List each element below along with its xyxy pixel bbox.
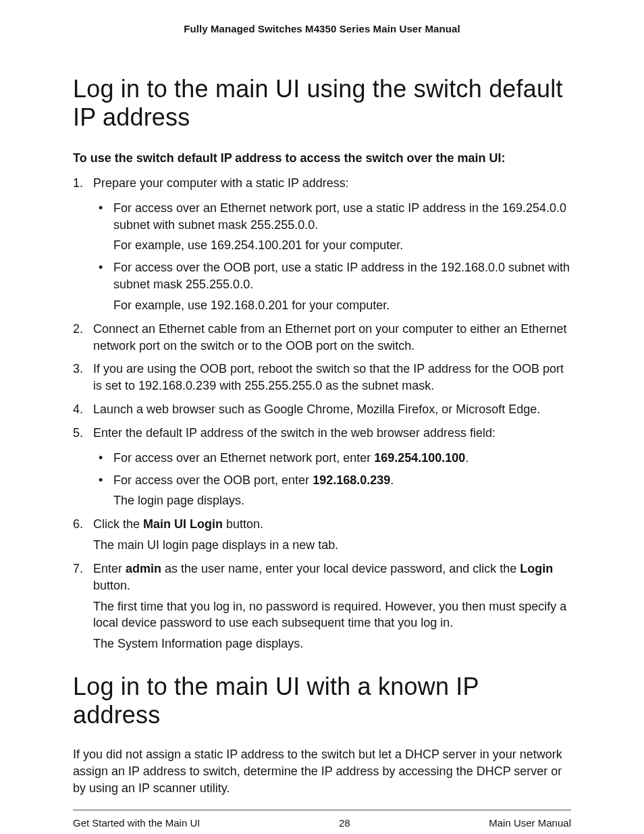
bullet-follow: For example, use 169.254.100.201 for you… bbox=[113, 237, 571, 254]
step-2: Connect an Ethernet cable from an Ethern… bbox=[73, 321, 571, 355]
step-4: Launch a web browser such as Google Chro… bbox=[73, 401, 571, 418]
page-footer: Get Started with the Main UI 28 Main Use… bbox=[73, 817, 571, 829]
step-follow: The first time that you log in, no passw… bbox=[93, 598, 571, 632]
bullet-text: For access over an Ethernet network port… bbox=[113, 451, 468, 465]
body-paragraph: If you did not assign a static IP addres… bbox=[73, 746, 571, 796]
text-post: button. bbox=[93, 579, 130, 592]
text-pre: Click the bbox=[93, 517, 143, 531]
step-3: If you are using the OOB port, reboot th… bbox=[73, 361, 571, 394]
footer-right: Main User Manual bbox=[489, 817, 571, 829]
footer-divider bbox=[73, 810, 571, 810]
footer-left: Get Started with the Main UI bbox=[73, 817, 200, 829]
step-text: Enter admin as the user name, enter your… bbox=[93, 562, 553, 592]
list-item: For access over the OOB port, enter 192.… bbox=[93, 472, 571, 510]
steps-list: Prepare your computer with a static IP a… bbox=[73, 175, 571, 652]
step-1-bullets: For access over an Ethernet network port… bbox=[93, 200, 571, 314]
username-bold: admin bbox=[126, 562, 161, 575]
login-button-bold: Login bbox=[520, 562, 553, 575]
section-title-default-ip: Log in to the main UI using the switch d… bbox=[73, 75, 571, 132]
ip-address-bold: 192.168.0.239 bbox=[313, 473, 390, 487]
bullet-text: For access over the OOB port, enter 192.… bbox=[113, 473, 394, 487]
section-title-known-ip: Log in to the main UI with a known IP ad… bbox=[73, 673, 571, 730]
bullet-text: For access over an Ethernet network port… bbox=[113, 201, 566, 232]
intro-instruction: To use the switch default IP address to … bbox=[73, 151, 571, 165]
list-item: For access over an Ethernet network port… bbox=[93, 200, 571, 254]
ip-address-bold: 169.254.100.100 bbox=[374, 451, 465, 465]
step-follow: The System Information page displays. bbox=[93, 635, 571, 652]
step-text: Connect an Ethernet cable from an Ethern… bbox=[93, 322, 566, 353]
text-mid: as the user name, enter your local devic… bbox=[161, 562, 520, 575]
step-text: If you are using the OOB port, reboot th… bbox=[93, 362, 564, 392]
step-6: Click the Main UI Login button. The main… bbox=[73, 516, 571, 554]
step-1: Prepare your computer with a static IP a… bbox=[73, 175, 571, 314]
step-text: Prepare your computer with a static IP a… bbox=[93, 176, 349, 190]
text-pre: For access over an Ethernet network port… bbox=[113, 451, 374, 465]
step-follow: The main UI login page displays in a new… bbox=[93, 537, 571, 554]
text-post: button. bbox=[223, 517, 263, 531]
step-text: Enter the default IP address of the swit… bbox=[93, 426, 495, 440]
bullet-follow: For example, use 192.168.0.201 for your … bbox=[113, 297, 571, 314]
list-item: For access over the OOB port, use a stat… bbox=[93, 259, 571, 313]
step-7: Enter admin as the user name, enter your… bbox=[73, 561, 571, 652]
text-pre: Enter bbox=[93, 562, 126, 575]
text-pre: For access over the OOB port, enter bbox=[113, 473, 313, 487]
page-number: 28 bbox=[339, 817, 350, 829]
bullet-text: For access over the OOB port, use a stat… bbox=[113, 261, 570, 291]
step-5: Enter the default IP address of the swit… bbox=[73, 425, 571, 509]
text-post: . bbox=[390, 473, 394, 487]
bullet-follow: The login page displays. bbox=[113, 492, 571, 509]
button-name-bold: Main UI Login bbox=[143, 517, 223, 531]
list-item: For access over an Ethernet network port… bbox=[93, 450, 571, 467]
text-post: . bbox=[465, 451, 468, 465]
step-text: Launch a web browser such as Google Chro… bbox=[93, 402, 540, 416]
document-header: Fully Managed Switches M4350 Series Main… bbox=[73, 23, 571, 34]
step-text: Click the Main UI Login button. bbox=[93, 517, 263, 531]
step-5-bullets: For access over an Ethernet network port… bbox=[93, 450, 571, 509]
